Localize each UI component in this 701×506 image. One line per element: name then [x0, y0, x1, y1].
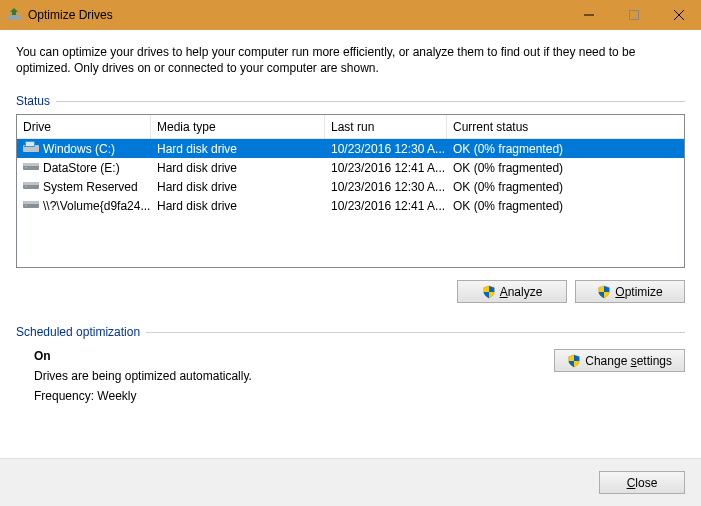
window-controls [566, 0, 701, 30]
analyze-button[interactable]: Analyze [457, 280, 567, 303]
drive-name: DataStore (E:) [43, 161, 120, 175]
close-button[interactable]: Close [599, 471, 685, 494]
table-row[interactable]: DataStore (E:)Hard disk drive10/23/2016 … [17, 158, 684, 177]
drive-icon [23, 198, 39, 213]
svg-rect-15 [25, 186, 27, 187]
svg-rect-11 [23, 163, 39, 166]
app-icon [6, 7, 22, 23]
schedule-state: On [34, 349, 252, 363]
footer: Close [0, 458, 701, 506]
grid-header[interactable]: Drive Media type Last run Current status [17, 115, 684, 139]
schedule-line1: Drives are being optimized automatically… [34, 369, 252, 383]
drive-icon [23, 141, 39, 156]
titlebar[interactable]: Optimize Drives [0, 0, 701, 30]
media-type: Hard disk drive [151, 180, 325, 194]
status-label: Status [16, 94, 50, 108]
maximize-button[interactable] [611, 0, 656, 30]
column-current-status[interactable]: Current status [447, 115, 684, 138]
svg-rect-12 [25, 167, 27, 168]
minimize-button[interactable] [566, 0, 611, 30]
column-drive[interactable]: Drive [17, 115, 151, 138]
drive-name: System Reserved [43, 180, 138, 194]
drive-name: \\?\Volume{d9fa24... [43, 199, 150, 213]
current-status: OK (0% fragmented) [447, 180, 684, 194]
media-type: Hard disk drive [151, 161, 325, 175]
optimize-button[interactable]: Optimize [575, 280, 685, 303]
current-status: OK (0% fragmented) [447, 142, 684, 156]
table-row[interactable]: System ReservedHard disk drive10/23/2016… [17, 177, 684, 196]
drive-icon [23, 179, 39, 194]
svg-rect-18 [25, 205, 27, 206]
drive-name: Windows (C:) [43, 142, 115, 156]
svg-rect-9 [26, 142, 34, 146]
current-status: OK (0% fragmented) [447, 199, 684, 213]
current-status: OK (0% fragmented) [447, 161, 684, 175]
optimize-label: Optimize [615, 285, 662, 299]
svg-rect-1 [8, 16, 10, 17]
svg-rect-0 [7, 15, 21, 20]
analyze-label: Analyze [500, 285, 543, 299]
last-run: 10/23/2016 12:30 A... [325, 142, 447, 156]
status-header: Status [16, 94, 685, 108]
change-settings-label: Change settings [585, 354, 672, 368]
last-run: 10/23/2016 12:30 A... [325, 180, 447, 194]
shield-icon [567, 354, 581, 368]
svg-rect-17 [23, 201, 39, 204]
schedule-line2: Frequency: Weekly [34, 389, 252, 403]
description-text: You can optimize your drives to help you… [16, 44, 685, 76]
last-run: 10/23/2016 12:41 A... [325, 199, 447, 213]
schedule-label: Scheduled optimization [16, 325, 140, 339]
change-settings-button[interactable]: Change settings [554, 349, 685, 372]
column-last-run[interactable]: Last run [325, 115, 447, 138]
column-media-type[interactable]: Media type [151, 115, 325, 138]
close-label: Close [627, 476, 658, 490]
media-type: Hard disk drive [151, 142, 325, 156]
drives-grid[interactable]: Drive Media type Last run Current status… [16, 114, 685, 268]
close-window-button[interactable] [656, 0, 701, 30]
media-type: Hard disk drive [151, 199, 325, 213]
svg-rect-14 [23, 182, 39, 185]
table-row[interactable]: \\?\Volume{d9fa24...Hard disk drive10/23… [17, 196, 684, 215]
shield-icon [597, 285, 611, 299]
svg-rect-3 [629, 11, 638, 20]
schedule-header: Scheduled optimization [16, 325, 685, 339]
window-title: Optimize Drives [28, 8, 566, 22]
drive-icon [23, 160, 39, 175]
shield-icon [482, 285, 496, 299]
last-run: 10/23/2016 12:41 A... [325, 161, 447, 175]
table-row[interactable]: Windows (C:)Hard disk drive10/23/2016 12… [17, 139, 684, 158]
